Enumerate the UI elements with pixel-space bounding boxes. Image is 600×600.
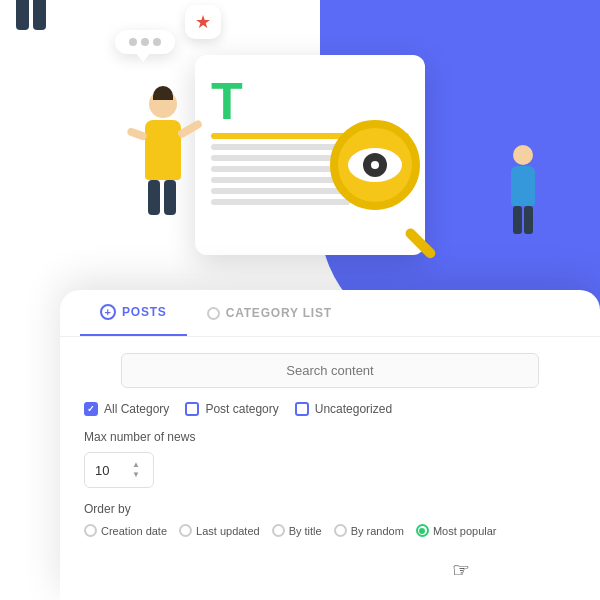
- checkbox-all[interactable]: [84, 402, 98, 416]
- person3-body: [511, 166, 535, 206]
- person-yellow-shirt: [145, 90, 181, 215]
- order-by-label: Order by: [84, 502, 576, 516]
- person1-hair: [153, 86, 173, 100]
- settings-panel: POSTS CATEGORY LIST All Category Post ca…: [60, 290, 600, 600]
- person2-leg-left: [16, 0, 29, 30]
- category-post-label: Post category: [205, 402, 278, 416]
- person3-head: [513, 145, 533, 165]
- max-news-value: 10: [95, 463, 109, 478]
- radio-most-popular-label: Most popular: [433, 525, 497, 537]
- chat-bubble: [115, 30, 175, 54]
- checkbox-post[interactable]: [185, 402, 199, 416]
- illustration-area: ★ T: [0, 0, 600, 310]
- radio-most-popular-btn[interactable]: [416, 524, 429, 537]
- number-spinner: ▲ ▼: [129, 460, 143, 480]
- tab-posts[interactable]: POSTS: [80, 290, 187, 336]
- cursor-hand-icon: ☞: [452, 558, 470, 582]
- search-input[interactable]: [121, 353, 539, 388]
- radio-by-title-label: By title: [289, 525, 322, 537]
- category-all-label: All Category: [104, 402, 169, 416]
- person3-leg-left: [513, 206, 522, 234]
- person1-head: [149, 90, 177, 118]
- tab-category-list[interactable]: CATEGORY LIST: [187, 290, 352, 336]
- posts-tab-icon: [100, 304, 116, 320]
- search-box: [121, 353, 539, 388]
- radio-last-updated-btn[interactable]: [179, 524, 192, 537]
- max-news-label: Max number of news: [84, 430, 576, 444]
- person1-leg-left: [148, 180, 160, 215]
- magnifier-circle: [330, 120, 420, 210]
- person2-legs: [16, 0, 48, 30]
- radio-by-title-btn[interactable]: [272, 524, 285, 537]
- category-uncat-label: Uncategorized: [315, 402, 392, 416]
- person3-leg-right: [524, 206, 533, 234]
- radio-creation-date[interactable]: Creation date: [84, 524, 167, 537]
- category-tab-icon: [207, 307, 220, 320]
- tab-bar: POSTS CATEGORY LIST: [60, 290, 600, 337]
- radio-last-updated[interactable]: Last updated: [179, 524, 260, 537]
- radio-by-random-btn[interactable]: [334, 524, 347, 537]
- person1-arm-left: [126, 127, 148, 141]
- doc-line-6: [211, 199, 350, 205]
- category-uncat-item[interactable]: Uncategorized: [295, 402, 392, 416]
- categories-row: All Category Post category Uncategorized: [84, 402, 576, 416]
- chat-dot-3: [153, 38, 161, 46]
- chat-tail: [135, 52, 151, 62]
- person1-leg-right: [164, 180, 176, 215]
- checkbox-uncat[interactable]: [295, 402, 309, 416]
- person1-body: [145, 120, 181, 180]
- radio-creation-date-btn[interactable]: [84, 524, 97, 537]
- person-red-dress: [10, 0, 54, 30]
- radio-by-title[interactable]: By title: [272, 524, 322, 537]
- star-icon: ★: [195, 11, 211, 33]
- radio-by-random[interactable]: By random: [334, 524, 404, 537]
- tab-posts-label: POSTS: [122, 305, 167, 319]
- magnifier-illustration: [330, 120, 450, 240]
- eye-outer: [348, 148, 402, 182]
- chat-dot-1: [129, 38, 137, 46]
- radio-by-random-label: By random: [351, 525, 404, 537]
- person3-legs: [513, 206, 533, 234]
- order-by-row: Creation date Last updated By title By r…: [84, 524, 576, 537]
- radio-creation-date-label: Creation date: [101, 525, 167, 537]
- person2-leg-right: [33, 0, 46, 30]
- spinner-down[interactable]: ▼: [129, 470, 143, 480]
- star-bubble: ★: [185, 5, 221, 39]
- panel-content: All Category Post category Uncategorized…: [60, 337, 600, 553]
- tab-category-label: CATEGORY LIST: [226, 306, 332, 320]
- category-all-item[interactable]: All Category: [84, 402, 169, 416]
- category-post-item[interactable]: Post category: [185, 402, 278, 416]
- person1-legs: [148, 180, 178, 215]
- chat-dot-2: [141, 38, 149, 46]
- radio-last-updated-label: Last updated: [196, 525, 260, 537]
- eye-pupil: [363, 153, 387, 177]
- radio-most-popular[interactable]: Most popular: [416, 524, 497, 537]
- max-news-wrap: 10 ▲ ▼: [84, 452, 576, 488]
- max-news-field[interactable]: 10 ▲ ▼: [84, 452, 154, 488]
- person-blue-shirt: [511, 145, 535, 234]
- spinner-up[interactable]: ▲: [129, 460, 143, 470]
